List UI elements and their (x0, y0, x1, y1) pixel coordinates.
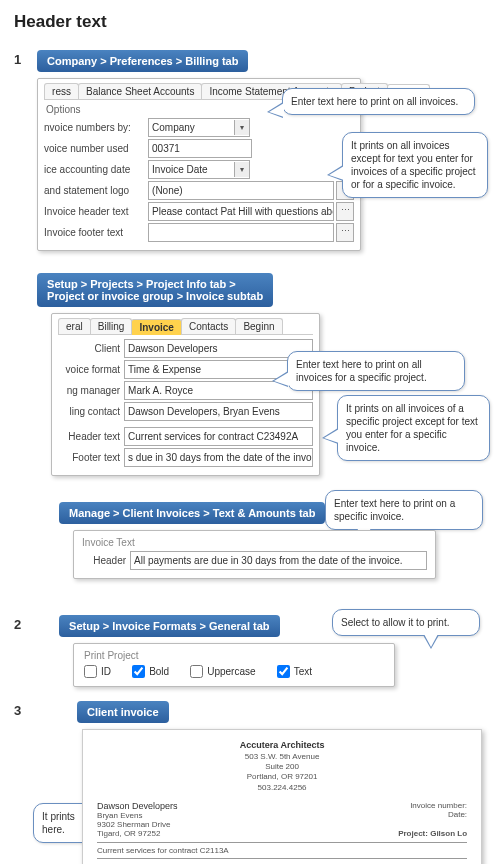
callout-3: Enter text here to print on a specific i… (325, 490, 483, 530)
tab-billing[interactable]: Billing (90, 318, 133, 334)
field-inv-header[interactable]: All payments are due in 30 days from the… (130, 551, 427, 570)
callout-1: Enter text here to print on all invoices… (282, 88, 475, 115)
field-contact[interactable]: Dawson Developers, Bryan Evens (124, 402, 313, 421)
label-inv-header: Header (82, 555, 126, 566)
breadcrumb-manage: Manage > Client Invoices > Text & Amount… (59, 502, 325, 524)
field-logo[interactable]: (None) (148, 181, 334, 200)
label-logo: and statement logo (44, 185, 144, 196)
dropdown-acctdate[interactable]: Invoice Date▾ (148, 160, 250, 179)
tab-beginning[interactable]: Beginn (235, 318, 282, 334)
label-mgr: ng manager (58, 385, 120, 396)
field-proj-header[interactable]: Current services for contract C23492A (124, 427, 313, 446)
tab-balance[interactable]: Balance Sheet Accounts (78, 83, 202, 99)
checkbox-bold[interactable]: Bold (132, 665, 169, 678)
step-3-number: 3 (14, 703, 34, 718)
label-proj-header: Header text (58, 431, 120, 442)
field-footer-text[interactable] (148, 223, 334, 242)
label-format: voice format (58, 364, 120, 375)
callout-2b: It prints on all invoices of a specific … (337, 395, 490, 461)
edit-button[interactable]: ⋯ (336, 202, 354, 221)
label-proj-footer: Footer text (58, 452, 120, 463)
chevron-down-icon: ▾ (234, 120, 249, 135)
breadcrumb-project: Setup > Projects > Project Info tab > Pr… (37, 273, 273, 307)
breadcrumb-billing: Company > Preferences > Billing tab (37, 50, 248, 72)
dropdown-numby[interactable]: Company▾ (148, 118, 250, 137)
tab-invoice[interactable]: Invoice (131, 319, 181, 335)
field-header-text[interactable]: Please contact Pat Hill with questions a… (148, 202, 334, 221)
step-2-number: 2 (14, 617, 34, 632)
firm-name: Accutera Architects (97, 740, 467, 752)
callout-4: Select to allow it to print. (332, 609, 480, 636)
label-numby: nvoice numbers by: (44, 122, 144, 133)
breadcrumb-client-invoice: Client invoice (77, 701, 169, 723)
tab-address[interactable]: ress (44, 83, 79, 99)
page-title: Header text (14, 12, 488, 32)
print-project-title: Print Project (84, 650, 384, 661)
chevron-down-icon: ▾ (234, 162, 249, 177)
step-1-number: 1 (14, 52, 34, 67)
tab-general[interactable]: eral (58, 318, 91, 334)
checkbox-text[interactable]: Text (277, 665, 312, 678)
label-numused: voice number used (44, 143, 144, 154)
tab-contacts[interactable]: Contacts (181, 318, 236, 334)
field-proj-footer[interactable]: s due in 30 days from the date of the in… (124, 448, 313, 467)
label-header: Invoice header text (44, 206, 144, 217)
client-invoice-preview: Accutera Architects 503 S.W. 5th Avenue … (82, 729, 482, 864)
field-client[interactable]: Dawson Developers (124, 339, 313, 358)
label-acctdate: ice accounting date (44, 164, 144, 175)
breadcrumb-formats: Setup > Invoice Formats > General tab (59, 615, 280, 637)
checkbox-id[interactable]: ID (84, 665, 111, 678)
field-numused[interactable]: 00371 (148, 139, 252, 158)
checkbox-uppercase[interactable]: Uppercase (190, 665, 255, 678)
label-client: Client (58, 343, 120, 354)
project-tabs[interactable]: eral Billing Invoice Contacts Beginn (58, 318, 313, 335)
label-contact: ling contact (58, 406, 120, 417)
invoice-text-title: Invoice Text (82, 537, 427, 548)
callout-2: Enter text here to print on all invoices… (287, 351, 465, 391)
callout-1b: It prints on all invoices except for tex… (342, 132, 488, 198)
edit-button[interactable]: ⋯ (336, 223, 354, 242)
invoice-header-text: Current services for contract C2113A (97, 846, 467, 855)
label-footer: Invoice footer text (44, 227, 144, 238)
